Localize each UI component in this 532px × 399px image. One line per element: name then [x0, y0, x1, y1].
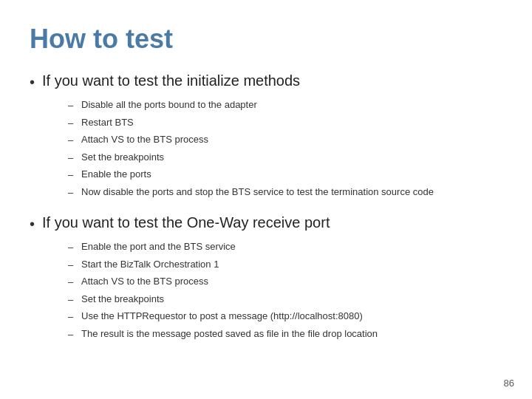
- dash-icon: –: [68, 116, 75, 131]
- dash-icon: –: [68, 310, 75, 324]
- sub-bullet-2-6: – The result is the message posted saved…: [68, 327, 502, 342]
- sub-bullet-1-1: – Disable all the ports bound to the ada…: [68, 98, 502, 113]
- dash-icon: –: [68, 185, 75, 200]
- sub-bullet-1-6: – Now disable the ports and stop the BTS…: [68, 185, 502, 200]
- sub-bullet-text-2-5: Use the HTTPRequestor to post a message …: [81, 309, 363, 324]
- sub-bullet-2-5: – Use the HTTPRequestor to post a messag…: [68, 309, 502, 324]
- sub-bullet-text-1-2: Restart BTS: [81, 115, 134, 130]
- sub-bullet-text-2-1: Enable the port and the BTS service: [81, 239, 236, 254]
- dash-icon: –: [68, 258, 75, 273]
- sub-bullet-2-2: – Start the BizTalk Orchestration 1: [68, 257, 502, 273]
- bullet-icon-2: •: [30, 214, 35, 233]
- sub-bullet-2-4: – Set the breakpoints: [68, 292, 502, 307]
- sub-bullets-2: – Enable the port and the BTS service – …: [68, 239, 502, 341]
- dash-icon: –: [68, 168, 75, 183]
- page-number: 86: [504, 378, 514, 389]
- main-bullet-1: • If you want to test the initialize met…: [30, 71, 502, 92]
- dash-icon: –: [68, 240, 75, 255]
- dash-icon: –: [68, 293, 75, 307]
- sub-bullets-1: – Disable all the ports bound to the ada…: [68, 98, 502, 200]
- slide-title: How to test: [30, 24, 502, 55]
- main-bullet-text-2: If you want to test the One-Way receive …: [42, 213, 330, 232]
- sub-bullet-text-2-2: Start the BizTalk Orchestration 1: [81, 257, 219, 272]
- sub-bullet-text-1-4: Set the breakpoints: [81, 150, 164, 165]
- sub-bullet-1-5: – Enable the ports: [68, 167, 502, 183]
- sub-bullet-text-1-3: Attach VS to the BTS process: [81, 132, 208, 147]
- sub-bullet-text-1-1: Disable all the ports bound to the adapt…: [81, 98, 257, 112]
- bullet-icon-1: •: [30, 72, 35, 92]
- sub-bullet-text-1-6: Now disable the ports and stop the BTS s…: [81, 185, 434, 200]
- sub-bullet-1-4: – Set the breakpoints: [68, 150, 502, 166]
- sub-bullet-1-2: – Restart BTS: [68, 115, 502, 131]
- dash-icon: –: [68, 151, 75, 166]
- sub-bullet-2-1: – Enable the port and the BTS service: [68, 239, 502, 255]
- sub-bullet-2-3: – Attach VS to the BTS process: [68, 274, 502, 290]
- slide: How to test • If you want to test the in…: [0, 0, 532, 399]
- sub-bullet-text-2-3: Attach VS to the BTS process: [81, 274, 208, 289]
- main-bullet-text-1: If you want to test the initialize metho…: [42, 71, 300, 90]
- sub-bullet-text-1-5: Enable the ports: [81, 167, 151, 182]
- dash-icon: –: [68, 133, 75, 148]
- dash-icon: –: [68, 98, 75, 113]
- main-bullet-2: • If you want to test the One-Way receiv…: [30, 213, 502, 233]
- sub-bullet-text-2-6: The result is the message posted saved a…: [81, 327, 378, 341]
- dash-icon: –: [68, 275, 75, 290]
- bullet-section-2: • If you want to test the One-Way receiv…: [30, 213, 502, 341]
- sub-bullet-text-2-4: Set the breakpoints: [81, 292, 164, 307]
- sub-bullet-1-3: – Attach VS to the BTS process: [68, 132, 502, 148]
- bullet-section-1: • If you want to test the initialize met…: [30, 71, 502, 200]
- dash-icon: –: [68, 327, 75, 342]
